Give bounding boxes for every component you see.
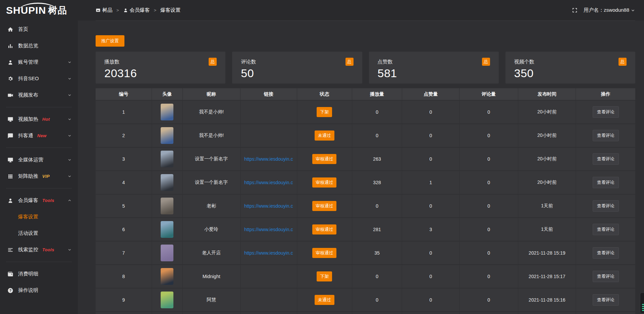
chart-icon [7, 43, 13, 49]
status-badge[interactable]: 审核通过 [312, 154, 336, 164]
panel-icon [96, 8, 101, 13]
sidebar-item-matrix-boost[interactable]: 矩阵助推 VIP [0, 168, 78, 185]
status-badge[interactable]: 审核通过 [312, 248, 336, 258]
view-comments-button[interactable]: 查看评论 [593, 200, 619, 212]
monitor-icon [7, 116, 13, 122]
column-header: 编号 [96, 88, 152, 100]
sidebar-item-home[interactable]: 首页 [0, 21, 78, 38]
status-badge[interactable]: 审核通过 [312, 177, 336, 188]
avatar [161, 268, 173, 285]
cell-avatar [152, 194, 182, 218]
sidebar-item-video-heat[interactable]: 视频加热 Hot [0, 111, 78, 127]
view-comments-button[interactable]: 查看评论 [593, 177, 619, 188]
breadcrumb-item[interactable]: 爆客设置 [160, 7, 180, 13]
cell-plays: 0 [352, 288, 402, 312]
stat-label: 评论数 [241, 59, 256, 65]
cell-plays [352, 312, 402, 314]
breadcrumb-item[interactable]: 会员爆客 [123, 7, 150, 13]
cell-link: https://www.iesdouyin.c [240, 218, 297, 241]
status-badge[interactable]: 下架 [317, 107, 332, 117]
cell-avatar [152, 265, 182, 288]
status-badge[interactable]: 未通过 [315, 130, 334, 141]
status-badge[interactable]: 下架 [317, 271, 332, 281]
home-icon [7, 27, 13, 33]
video-link[interactable]: https://www.iesdouyin.c [240, 180, 297, 185]
cell-plays: 0 [352, 265, 402, 288]
sidebar-item-video-publish[interactable]: 视频发布 [0, 87, 78, 103]
cell-nickname: 我不是小帅! [182, 100, 240, 124]
app-logo[interactable]: SHUPIN 树品 [0, 0, 78, 21]
cell-time: 20小时前 [518, 171, 576, 194]
cell-nickname: 我不是小帅! [182, 124, 240, 147]
status-badge[interactable]: 审核通过 [312, 201, 336, 211]
sidebar-item-label: 首页 [18, 26, 28, 33]
chevron-down-icon [67, 158, 72, 162]
breadcrumb-item[interactable]: 树品 [96, 7, 112, 13]
cell-link: https://www.iesdouyin.c [240, 171, 297, 194]
video-link[interactable]: https://www.iesdouyin.c [240, 250, 297, 256]
breadcrumb-label: 爆客设置 [160, 7, 180, 13]
cell-plays: 0 [352, 194, 402, 218]
avatar [161, 127, 173, 144]
breadcrumb-separator: > [116, 8, 119, 13]
svg-text:?: ? [9, 289, 11, 292]
sidebar-item-member-baoke[interactable]: 会员爆客 Tools [0, 192, 78, 209]
user-menu[interactable]: 用户名：zswodun88 [584, 7, 635, 13]
view-comments-button[interactable]: 查看评论 [593, 106, 619, 118]
sidebar-item-help[interactable]: ? 操作说明 [0, 282, 78, 299]
sidebar-item-media-operation[interactable]: 全媒体运营 [0, 152, 78, 168]
chevron-down-icon [67, 174, 72, 178]
status-badge[interactable]: 审核通过 [312, 224, 336, 234]
videos-table: 编号头像昵称链接状态播放量点赞量评论量发布时间操作 1 我不是小帅! 下架 0 … [96, 88, 635, 314]
floating-widget[interactable] [640, 293, 644, 313]
sidebar-subitem-baoke-settings[interactable]: 爆客设置 [0, 209, 78, 225]
cell-avatar [152, 241, 182, 265]
cell-nickname: 设置一个新名字 [182, 171, 240, 194]
cell-link: https://www.iesdouyin.c [240, 194, 297, 218]
column-header: 状态 [297, 88, 352, 100]
cell-id: 1 [96, 100, 152, 124]
status-badge[interactable]: 未通过 [315, 295, 334, 305]
sidebar-item-tag: New [37, 133, 47, 138]
video-link[interactable]: https://www.iesdouyin.c [240, 156, 297, 162]
stat-value: 350 [514, 67, 627, 80]
cell-link [240, 100, 297, 124]
sidebar-item-douketong[interactable]: 抖客通 New [0, 127, 78, 144]
breadcrumb-label: 会员爆客 [130, 7, 150, 13]
cell-avatar [152, 171, 182, 194]
video-link[interactable]: https://www.iesdouyin.c [240, 227, 297, 232]
stat-label: 点赞数 [378, 59, 393, 65]
view-comments-button[interactable]: 查看评论 [593, 153, 619, 165]
sidebar-item-data-overview[interactable]: 数据总览 [0, 38, 78, 54]
stat-value: 581 [378, 67, 490, 80]
sidebar-item-label: 会员爆客 [18, 197, 38, 204]
sidebar-item-label: 全媒体运营 [18, 157, 43, 163]
breadcrumb: 树品>会员爆客>爆客设置 [96, 7, 180, 13]
view-comments-button[interactable]: 查看评论 [593, 224, 619, 235]
cell-comments: 0 [459, 241, 518, 265]
video-link[interactable]: https://www.iesdouyin.c [240, 203, 297, 209]
cell-time: 2021-11-28 15:19 [518, 241, 576, 265]
table-row [96, 312, 635, 314]
column-header: 评论量 [459, 88, 518, 100]
promo-settings-button[interactable]: 推广设置 [96, 35, 124, 47]
username-label: 用户名：zswodun88 [584, 7, 629, 13]
sidebar-item-label: 操作说明 [18, 287, 38, 294]
total-badge: 总 [209, 58, 217, 66]
sidebar-item-consume-detail[interactable]: 消费明细 [0, 266, 78, 282]
cell-id: 7 [96, 241, 152, 265]
view-comments-button[interactable]: 查看评论 [593, 130, 619, 141]
sidebar-item-clue-monitor[interactable]: 线索监控 Tools [0, 242, 78, 258]
fullscreen-icon[interactable] [572, 7, 578, 13]
view-comments-button[interactable]: 查看评论 [593, 294, 619, 306]
cell-id: 8 [96, 265, 152, 288]
sidebar-item-label: 线索监控 [18, 247, 38, 253]
sidebar-item-account-manage[interactable]: 账号管理 [0, 54, 78, 70]
cell-nickname: 阿慧 [182, 288, 240, 312]
sidebar-item-douyin-seo[interactable]: 抖音SEO [0, 70, 78, 87]
view-comments-button[interactable]: 查看评论 [593, 271, 619, 282]
sidebar-item-label: 抖客通 [18, 133, 33, 139]
view-comments-button[interactable]: 查看评论 [593, 247, 619, 259]
sidebar-subitem-activity-settings[interactable]: 活动设置 [0, 225, 78, 242]
cell-time: 2021-11-28 15:16 [518, 288, 576, 312]
